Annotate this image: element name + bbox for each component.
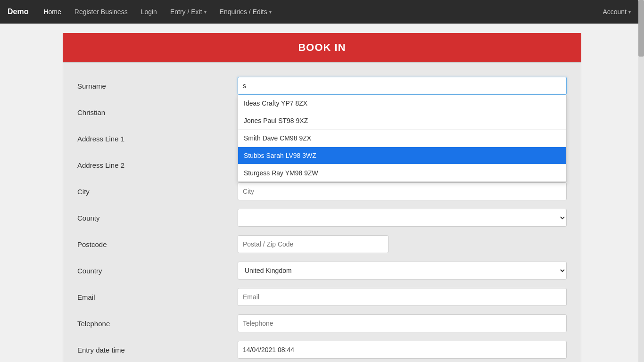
nav-account[interactable]: Account ▾ — [597, 5, 636, 18]
autocomplete-item-1[interactable]: Jones Paul ST98 9XZ — [238, 112, 566, 130]
autocomplete-item-0[interactable]: Ideas Crafty YP7 8ZX — [238, 95, 566, 112]
nav-enquiries-edits[interactable]: Enquiries / Edits ▾ — [214, 5, 277, 18]
address2-label: Address Line 2 — [77, 161, 238, 169]
county-label: County — [77, 214, 238, 222]
form-card: Surname Ideas Crafty YP7 8ZX Jones Paul … — [63, 62, 581, 362]
brand-logo[interactable]: Demo — [8, 8, 28, 16]
county-select[interactable] — [238, 209, 567, 227]
email-row: Email — [77, 288, 567, 306]
country-label: Country — [77, 267, 238, 275]
country-row: Country United Kingdom United States Can… — [77, 262, 567, 280]
autocomplete-wrapper: Ideas Crafty YP7 8ZX Jones Paul ST98 9XZ… — [238, 77, 567, 95]
nav-home[interactable]: Home — [38, 5, 66, 18]
autocomplete-item-4[interactable]: Sturgess Ray YM98 9ZW — [238, 165, 566, 181]
entry-date-label: Entry date time — [77, 346, 238, 354]
email-input[interactable] — [238, 288, 567, 306]
county-row: County — [77, 209, 567, 227]
telephone-input[interactable] — [238, 314, 567, 332]
entry-exit-dropdown-arrow: ▾ — [204, 9, 206, 15]
nav-links: Home Register Business Login Entry / Exi… — [38, 5, 597, 18]
scrollbar-thumb[interactable] — [638, 0, 644, 57]
surname-label: Surname — [77, 82, 238, 90]
autocomplete-item-3[interactable]: Stubbs Sarah LV98 3WZ — [238, 147, 566, 165]
postcode-input[interactable] — [238, 235, 388, 253]
account-dropdown-arrow: ▾ — [628, 9, 631, 15]
autocomplete-dropdown: Ideas Crafty YP7 8ZX Jones Paul ST98 9XZ… — [238, 95, 567, 182]
postcode-label: Postcode — [77, 240, 238, 248]
entry-date-input[interactable] — [238, 341, 567, 359]
email-label: Email — [77, 293, 238, 301]
surname-row: Surname Ideas Crafty YP7 8ZX Jones Paul … — [77, 77, 567, 95]
city-input[interactable] — [238, 182, 567, 200]
enquiries-edits-dropdown-arrow: ▾ — [269, 9, 272, 15]
postcode-row: Postcode — [77, 235, 567, 253]
autocomplete-item-2[interactable]: Smith Dave CM98 9ZX — [238, 130, 566, 147]
nav-login[interactable]: Login — [135, 5, 163, 18]
entry-date-row: Entry date time — [77, 341, 567, 359]
telephone-row: Telephone — [77, 314, 567, 332]
page-container: BOOK IN Surname Ideas Crafty YP7 8ZX Jon… — [58, 24, 586, 362]
city-row: City — [77, 182, 567, 200]
telephone-label: Telephone — [77, 320, 238, 328]
scrollbar[interactable] — [638, 0, 644, 362]
christian-label: Christian — [77, 108, 238, 116]
address1-label: Address Line 1 — [77, 135, 238, 143]
nav-register-business[interactable]: Register Business — [69, 5, 133, 18]
nav-entry-exit[interactable]: Entry / Exit ▾ — [165, 5, 212, 18]
surname-input[interactable] — [238, 77, 567, 95]
country-select[interactable]: United Kingdom United States Canada Aust… — [238, 262, 567, 280]
book-in-header: BOOK IN — [63, 33, 581, 62]
city-label: City — [77, 188, 238, 196]
navbar: Demo Home Register Business Login Entry … — [0, 0, 644, 24]
